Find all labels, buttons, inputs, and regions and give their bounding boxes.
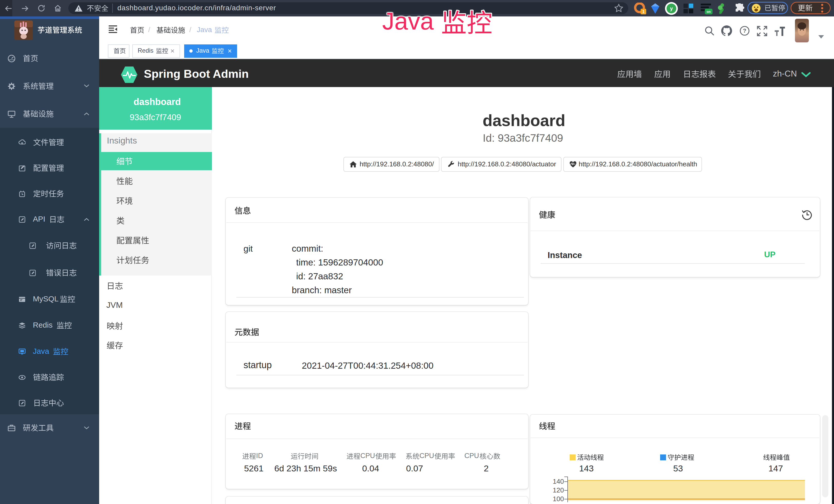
svg-text:y: y: [670, 6, 673, 11]
svg-text:on: on: [707, 10, 711, 14]
svg-text:1: 1: [642, 9, 645, 14]
svg-text:?: ?: [743, 27, 746, 34]
